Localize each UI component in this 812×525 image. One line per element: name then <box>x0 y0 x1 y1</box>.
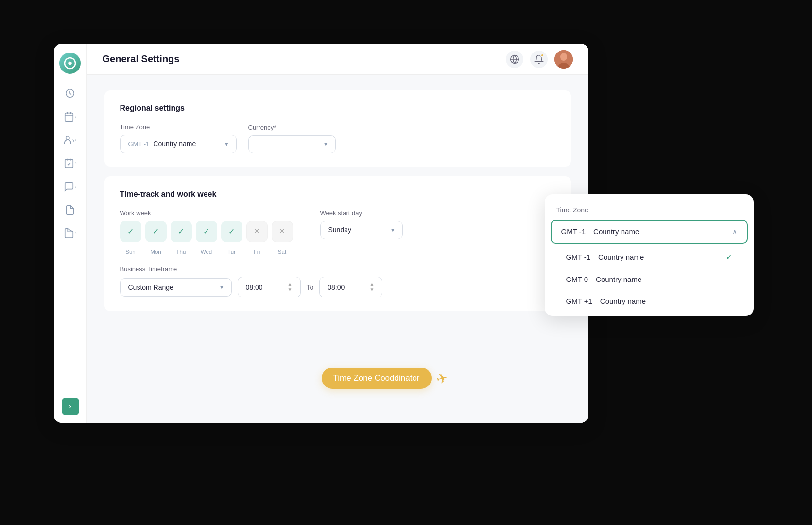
sidebar-item-history[interactable] <box>59 84 81 103</box>
notification-dot <box>540 53 544 57</box>
dropdown-selected-country: Country name <box>593 228 639 236</box>
dropdown-option-0[interactable]: GMT -1 Country name ✓ <box>551 245 748 268</box>
dropdown-selected-tz-info: GMT -1 Country name <box>561 228 639 236</box>
globe-icon-btn[interactable] <box>506 51 523 68</box>
time-from-spinner[interactable]: ▲▼ <box>288 282 293 292</box>
workweek-group: Work week ✓ ✓ ✓ ✓ ✓ <box>120 210 293 255</box>
day-fri[interactable]: ✕ <box>246 221 268 242</box>
timezone-gmt: GMT -1 <box>128 140 150 148</box>
day-sun[interactable]: ✓ <box>120 221 141 242</box>
day-label-fri: Fri <box>246 249 268 255</box>
weekstart-group: Week start day Sunday ▾ <box>320 210 403 239</box>
day-labels: Sun Mon Thu Wed Tur Fri Sat <box>120 249 293 255</box>
timezone-select[interactable]: GMT -1 Country name ▾ <box>120 135 237 153</box>
collapse-sidebar-btn[interactable]: › <box>62 398 79 415</box>
timetrack-section: Time-track and work week Work week ✓ ✓ <box>104 176 571 311</box>
header: General Settings <box>87 44 588 75</box>
sidebar-item-chat[interactable]: › <box>59 177 81 196</box>
business-label: Business Timeframe <box>120 265 555 273</box>
timetrack-title: Time-track and work week <box>120 190 555 199</box>
sidebar-item-calendar2[interactable]: › <box>59 154 81 173</box>
dropdown-selected-gmt: GMT -1 <box>561 228 586 236</box>
option-0-country: Country name <box>598 253 644 261</box>
sidebar-item-calendar[interactable]: › <box>59 107 81 126</box>
svg-point-7 <box>66 136 69 140</box>
time-to-spinner[interactable]: ▲▼ <box>369 282 374 292</box>
weekstart-chevron: ▾ <box>391 227 395 234</box>
svg-rect-3 <box>65 113 73 122</box>
regional-settings-section: Regional settings Time Zone GMT -1 Count… <box>104 90 571 167</box>
day-label-wed: Wed <box>196 249 217 255</box>
timezone-country: Country name <box>153 140 196 148</box>
dropdown-selected-item[interactable]: GMT -1 Country name ∧ <box>551 220 748 244</box>
tooltip-wrapper: Time Zone Cooddinator ✈ <box>322 368 448 389</box>
timeframe-row: Custom Range ▾ 08:00 ▲▼ To <box>120 277 555 298</box>
sidebar-item-doc2[interactable]: › <box>59 224 81 243</box>
option-1-country: Country name <box>596 275 641 283</box>
business-timeframe-group: Business Timeframe Custom Range ▾ 08:00 <box>120 265 555 298</box>
day-label-sun: Sun <box>120 249 141 255</box>
day-sat[interactable]: ✕ <box>272 221 293 242</box>
option-1-gmt: GMT 0 <box>566 275 588 283</box>
day-label-mon: Mon <box>145 249 167 255</box>
sidebar-item-users[interactable]: › <box>59 130 81 150</box>
dropdown-option-1[interactable]: GMT 0 Country name <box>551 268 748 290</box>
weekstart-label: Week start day <box>320 210 403 217</box>
svg-rect-8 <box>65 160 73 168</box>
currency-select[interactable]: ▾ <box>248 135 336 153</box>
weekstart-value: Sunday <box>328 226 351 234</box>
bell-icon-btn[interactable] <box>530 51 548 68</box>
to-label: To <box>307 283 314 291</box>
day-thu[interactable]: ✓ <box>171 221 192 242</box>
timezone-dropdown-card: Time Zone GMT -1 Country name ∧ GMT -1 C… <box>545 194 754 316</box>
svg-point-15 <box>560 53 567 61</box>
days-row: ✓ ✓ ✓ ✓ ✓ ✕ <box>120 221 293 242</box>
day-mon[interactable]: ✓ <box>145 221 167 242</box>
currency-label: Currency* <box>248 124 336 131</box>
dropdown-label: Time Zone <box>545 206 754 220</box>
custom-range-chevron: ▾ <box>220 283 224 291</box>
time-to-input[interactable]: 08:00 ▲▼ <box>319 277 382 298</box>
page-title: General Settings <box>103 53 180 65</box>
time-from-value: 08:00 <box>246 283 263 291</box>
sidebar: › › › › <box>54 44 87 423</box>
tooltip-pill: Time Zone Cooddinator <box>322 368 432 389</box>
currency-form-group: Currency* ▾ <box>248 124 336 153</box>
sidebar-item-doc[interactable] <box>59 200 81 220</box>
option-0-tz-info: GMT -1 Country name <box>566 253 644 261</box>
custom-range-select[interactable]: Custom Range ▾ <box>120 278 232 297</box>
option-2-country: Country name <box>600 297 646 305</box>
timezone-label: Time Zone <box>120 123 237 131</box>
header-icons <box>506 50 573 69</box>
workweek-label: Work week <box>120 210 293 217</box>
time-from-input[interactable]: 08:00 ▲▼ <box>238 277 301 298</box>
timezone-form-group: Time Zone GMT -1 Country name ▾ <box>120 123 237 153</box>
day-label-sat: Sat <box>272 249 293 255</box>
day-label-thu: Thu <box>171 249 192 255</box>
timetrack-top-row: Work week ✓ ✓ ✓ ✓ ✓ <box>120 210 555 255</box>
weekstart-select[interactable]: Sunday ▾ <box>320 221 403 239</box>
app-window: › › › › <box>54 44 588 423</box>
timezone-select-value: GMT -1 Country name <box>128 140 196 148</box>
dropdown-option-2[interactable]: GMT +1 Country name <box>551 290 748 312</box>
avatar[interactable] <box>554 50 573 69</box>
app-logo[interactable] <box>59 52 81 74</box>
svg-point-1 <box>69 62 71 65</box>
day-tur[interactable]: ✓ <box>221 221 242 242</box>
option-2-tz-info: GMT +1 Country name <box>566 297 646 305</box>
main-content: General Settings <box>87 44 588 423</box>
dropdown-chevron-up-icon: ∧ <box>732 228 737 236</box>
option-2-gmt: GMT +1 <box>566 297 592 305</box>
option-0-gmt: GMT -1 <box>566 253 591 261</box>
tooltip-arrow-icon: ✈ <box>434 369 449 387</box>
regional-form-row: Time Zone GMT -1 Country name ▾ <box>120 123 555 153</box>
time-to-value: 08:00 <box>328 283 345 291</box>
currency-chevron-icon: ▾ <box>324 140 328 148</box>
timezone-chevron-icon: ▾ <box>225 140 228 148</box>
option-1-tz-info: GMT 0 Country name <box>566 275 642 283</box>
day-label-tur: Tur <box>221 249 242 255</box>
regional-settings-title: Regional settings <box>120 104 555 113</box>
day-wed[interactable]: ✓ <box>196 221 217 242</box>
option-0-check-icon: ✓ <box>726 252 732 262</box>
custom-range-value: Custom Range <box>128 283 173 291</box>
